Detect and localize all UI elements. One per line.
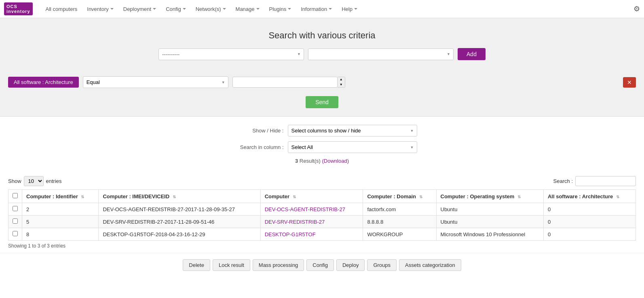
nav-inventory[interactable]: Inventory	[82, 0, 118, 18]
results-info: 3 Result(s) (Download)	[16, 158, 628, 164]
filter-value-input[interactable]	[232, 77, 338, 88]
row-checkbox[interactable]	[13, 218, 18, 224]
navbar: OCSinventory All computers Inventory Dep…	[0, 0, 644, 18]
nav-deployment[interactable]: Deployment	[118, 0, 161, 18]
search-section: Search with various criteria ---------- …	[0, 18, 644, 72]
btn-config[interactable]: Config	[306, 259, 334, 271]
settings-icon[interactable]: ⚙	[633, 4, 640, 13]
row-domain: WORKGROUP	[363, 228, 436, 241]
remove-filter-button[interactable]: ✕	[623, 77, 636, 88]
nav-all-computers[interactable]: All computers	[41, 0, 82, 18]
sort-identifier-icon[interactable]: ⇅	[81, 195, 84, 199]
row-computer-link[interactable]: DEV-OCS-AGENT-REDISTRIB-27	[265, 206, 345, 212]
sort-arch-icon[interactable]: ⇅	[616, 195, 619, 199]
row-os: Ubuntu	[436, 203, 543, 216]
brand-logo[interactable]: OCSinventory	[4, 2, 33, 15]
btn-assets-categorization[interactable]: Assets categorization	[399, 259, 461, 271]
search-right-label: Search :	[553, 178, 573, 184]
add-button[interactable]: Add	[458, 48, 486, 60]
row-checkbox-cell	[8, 228, 22, 241]
row-os: Microsoft Windows 10 Professionnel	[436, 228, 543, 241]
show-hide-select[interactable]: Select columns to show / hide	[288, 125, 417, 136]
row-checkbox-cell	[8, 203, 22, 216]
row-domain: factorfx.com	[363, 203, 436, 216]
search-right: Search :	[553, 176, 636, 186]
row-checkbox[interactable]	[13, 206, 18, 211]
config-caret	[183, 8, 186, 10]
spin-down[interactable]: ▼	[338, 82, 345, 88]
row-computer-link[interactable]: DEV-SRV-REDISTRIB-27	[265, 219, 325, 225]
search-title: Search with various criteria	[8, 30, 636, 41]
search-in-column-select-wrap: Select All	[288, 141, 417, 153]
filter-tag: All software : Architecture	[8, 77, 79, 88]
download-link[interactable]: (Download)	[322, 158, 349, 164]
filter-operator-select[interactable]: Equal	[83, 76, 228, 88]
table-row: 8 DESKTOP-G1R5TOF-2018-04-23-16-12-29 DE…	[8, 228, 636, 241]
show-hide-select-wrap: Select columns to show / hide	[288, 125, 417, 136]
row-imei: DESKTOP-G1R5TOF-2018-04-23-16-12-29	[99, 228, 260, 241]
nav-manage[interactable]: Manage	[231, 0, 264, 18]
show-hide-label: Show / Hide :	[227, 128, 284, 134]
entries-label: entries	[46, 178, 62, 184]
inventory-caret	[110, 8, 114, 10]
sort-domain-icon[interactable]: ⇅	[419, 195, 422, 199]
nav-networks[interactable]: Network(s)	[191, 0, 231, 18]
btn-mass-processing[interactable]: Mass processing	[253, 259, 304, 271]
information-caret	[329, 8, 332, 10]
btn-deploy[interactable]: Deploy	[336, 259, 365, 271]
nav-config[interactable]: Config	[161, 0, 191, 18]
deployment-caret	[153, 8, 156, 10]
search-row: ---------- Add	[8, 48, 636, 60]
nav-information[interactable]: Information	[296, 0, 337, 18]
show-label: Show	[8, 178, 21, 184]
sort-computer-icon[interactable]: ⇅	[293, 195, 296, 199]
row-computer-link[interactable]: DESKTOP-G1R5TOF	[265, 231, 316, 237]
criteria-dropdown[interactable]: ----------	[158, 48, 304, 60]
row-id: 8	[22, 228, 99, 241]
row-checkbox[interactable]	[13, 231, 18, 236]
row-id: 5	[22, 216, 99, 228]
filter-section: All software : Architecture Equal ▲ ▼ ✕	[0, 72, 644, 96]
col-arch: All software : Architecture ⇅	[543, 190, 636, 203]
row-arch: 0	[543, 216, 636, 228]
table-body: 2 DEV-OCS-AGENT-REDISTRIB-27-2017-11-28-…	[8, 203, 636, 241]
table-header-row: Computer : Identifier ⇅ Computer : IMEI/…	[8, 190, 636, 203]
search-in-column-label: Search in column :	[227, 144, 284, 150]
table-top: Show 10 entries Search :	[8, 176, 636, 186]
nav-help[interactable]: Help	[337, 0, 362, 18]
spin-up[interactable]: ▲	[338, 77, 345, 82]
help-caret	[354, 8, 357, 10]
show-entries: Show 10 entries	[8, 176, 62, 186]
row-imei: DEV-SRV-REDISTRIB-27-2017-11-28-09-51-46	[99, 216, 260, 228]
row-id: 2	[22, 203, 99, 216]
criteria-value-select-wrap	[308, 48, 454, 60]
send-row: Send	[0, 96, 644, 116]
btn-lock-result[interactable]: Lock result	[213, 259, 250, 271]
row-arch: 0	[543, 228, 636, 241]
show-entries-select[interactable]: 10	[24, 176, 44, 186]
showing-text: Showing 1 to 3 of 3 entries	[8, 243, 65, 249]
criteria-value-dropdown[interactable]	[308, 48, 454, 60]
row-os: Ubuntu	[436, 216, 543, 228]
btn-delete[interactable]: Delete	[183, 259, 210, 271]
sort-imei-icon[interactable]: ⇅	[173, 195, 176, 199]
col-computer: Computer ⇅	[260, 190, 363, 203]
table-row: 2 DEV-OCS-AGENT-REDISTRIB-27-2017-11-28-…	[8, 203, 636, 216]
nav-plugins[interactable]: Plugins	[264, 0, 296, 18]
filter-value-wrap: ▲ ▼	[232, 77, 345, 88]
btn-groups[interactable]: Groups	[367, 259, 397, 271]
logo-ocs: OCSinventory	[4, 2, 33, 15]
search-in-column-select[interactable]: Select All	[288, 141, 417, 153]
filter-operator-wrap: Equal	[83, 76, 228, 88]
select-all-checkbox[interactable]	[13, 193, 18, 198]
row-computer: DEV-OCS-AGENT-REDISTRIB-27	[260, 203, 363, 216]
networks-caret	[223, 8, 226, 10]
sort-os-icon[interactable]: ⇅	[517, 195, 521, 199]
remove-spacer: ✕	[349, 77, 636, 88]
row-checkbox-cell	[8, 216, 22, 228]
results-count: 3	[295, 158, 298, 164]
send-button[interactable]: Send	[306, 96, 338, 108]
row-arch: 0	[543, 203, 636, 216]
nav-items: All computers Inventory Deployment Confi…	[41, 0, 362, 18]
table-search-input[interactable]	[575, 176, 636, 186]
